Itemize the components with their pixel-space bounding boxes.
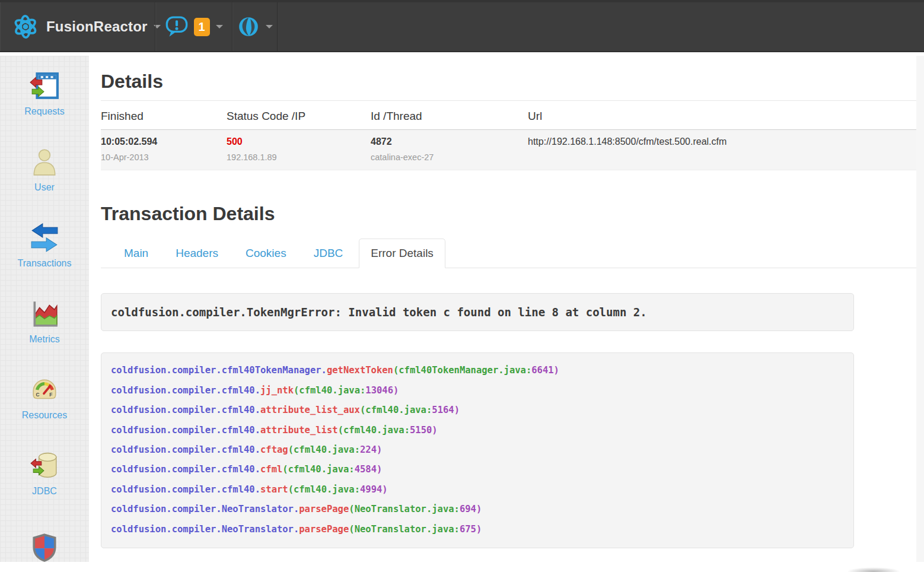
sidebar-item-shield[interactable] — [0, 511, 89, 562]
trace-file: NeoTranslator.java — [355, 524, 454, 535]
sidebar-item-user[interactable]: User — [0, 132, 89, 208]
tab-headers[interactable]: Headers — [164, 239, 230, 268]
sidebar-item-transactions[interactable]: Transactions — [0, 208, 89, 284]
brand-title: FusionReactor — [46, 18, 148, 35]
sidebar: Requests User Transactions Metri — [0, 56, 89, 562]
trace-colon: : — [426, 405, 432, 415]
trace-file: cfml40.java — [365, 405, 426, 415]
trace-package: coldfusion.compiler.cfml40. — [111, 464, 260, 475]
trace-paren: ) — [432, 425, 437, 436]
sidebar-item-metrics[interactable]: Metrics — [0, 284, 89, 360]
trace-paren: ) — [554, 365, 559, 376]
trace-paren: ) — [476, 524, 482, 535]
column-header-id-thread: Id /Thread — [371, 110, 528, 123]
trace-paren: ( — [338, 425, 343, 436]
page-bottom-strip — [0, 562, 924, 572]
tab-jdbc[interactable]: JDBC — [302, 239, 355, 268]
trace-method: start — [260, 484, 288, 495]
alerts-menu[interactable]: 1 — [155, 2, 232, 51]
globe-icon — [237, 15, 260, 38]
trace-line-number: 4584 — [355, 464, 377, 475]
svg-text:C: C — [36, 392, 39, 398]
sidebar-item-jdbc[interactable]: JDBC — [0, 436, 89, 511]
tab-main[interactable]: Main — [113, 239, 160, 268]
alert-bubble-icon — [165, 15, 189, 39]
trace-method: parsePage — [299, 504, 349, 514]
trace-paren: ( — [288, 444, 294, 455]
trace-colon: : — [404, 425, 410, 436]
trace-colon: : — [360, 385, 365, 396]
trace-paren: ( — [288, 484, 294, 495]
transaction-tabs: Main Headers Cookies JDBC Error Details — [101, 239, 916, 268]
trace-line-number: 5150 — [410, 425, 432, 436]
thread-name: catalina-exec-27 — [371, 152, 528, 162]
trace-colon: : — [454, 504, 460, 514]
status-code: 500 — [227, 136, 371, 147]
stack-trace-line: coldfusion.compiler.NeoTranslator.parseP… — [111, 520, 844, 539]
transactions-icon — [29, 223, 60, 253]
stack-trace-line: coldfusion.compiler.cfml40.attribute_lis… — [111, 421, 844, 440]
globe-menu[interactable] — [232, 2, 278, 51]
trace-file: cfml40TokenManager.java — [399, 365, 526, 376]
trace-package: coldfusion.compiler.cfml40. — [111, 405, 260, 415]
trace-colon: : — [355, 484, 360, 495]
stack-trace-box: coldfusion.compiler.cfml40TokenManager.g… — [101, 352, 854, 548]
resources-gauge-icon: C F — [29, 374, 60, 405]
trace-paren: ) — [377, 464, 382, 475]
trace-method: attribute_list — [260, 425, 338, 436]
trace-line-number: 6641 — [531, 365, 553, 376]
tab-cookies[interactable]: Cookies — [234, 239, 298, 268]
page-right-gutter — [916, 56, 924, 572]
main-content: Details Finished Status Code /IP Id /Thr… — [89, 56, 916, 562]
client-ip: 192.168.1.89 — [227, 152, 371, 162]
chevron-down-icon — [266, 25, 273, 28]
trace-line-number: 224 — [360, 444, 377, 455]
sidebar-item-label: User — [34, 182, 55, 193]
sidebar-item-resources[interactable]: C F Resources — [0, 360, 89, 436]
trace-package: coldfusion.compiler.cfml40. — [111, 484, 260, 495]
trace-method: cfml — [260, 464, 282, 475]
details-table-header: Finished Status Code /IP Id /Thread Url — [101, 102, 916, 130]
trace-package: coldfusion.compiler.NeoTranslator. — [111, 524, 299, 535]
table-row: 10:05:02.594 10-Apr-2013 500 192.168.1.8… — [101, 130, 916, 170]
trace-method: attribute_list_aux — [260, 405, 360, 415]
trace-package: coldfusion.compiler.cfml40. — [111, 385, 260, 396]
trace-package: coldfusion.compiler.cfml40. — [111, 444, 260, 455]
trace-paren: ) — [393, 385, 399, 396]
stack-trace-line: coldfusion.compiler.cfml40.jj_ntk(cfml40… — [111, 381, 844, 401]
trace-line-number: 694 — [460, 504, 476, 514]
trace-paren: ) — [476, 504, 482, 514]
metrics-chart-icon — [29, 298, 60, 329]
requests-icon — [29, 71, 60, 101]
stack-trace-line: coldfusion.compiler.cfml40.start(cfml40.… — [111, 480, 844, 500]
trace-file: cfml40.java — [299, 385, 360, 396]
top-navbar: FusionReactor 1 — [0, 0, 924, 52]
error-message-box: coldfusion.compiler.TokenMgrError: Inval… — [101, 293, 854, 331]
trace-paren: ) — [377, 444, 382, 455]
transaction-details-title: Transaction Details — [101, 204, 916, 224]
divider — [101, 100, 916, 101]
stack-trace-line: coldfusion.compiler.cfml40TokenManager.g… — [111, 361, 844, 380]
trace-paren: ) — [454, 405, 460, 415]
trace-method: getNextToken — [327, 365, 393, 376]
trace-colon: : — [349, 464, 354, 475]
trace-paren: ( — [360, 405, 365, 415]
trace-file: NeoTranslator.java — [355, 504, 454, 514]
sidebar-item-requests[interactable]: Requests — [0, 56, 89, 132]
brand-menu[interactable]: FusionReactor — [0, 2, 155, 51]
trace-paren: ( — [294, 385, 299, 396]
trace-file: cfml40.java — [294, 484, 355, 495]
sidebar-item-label: Metrics — [29, 334, 60, 345]
tab-error-details[interactable]: Error Details — [359, 239, 445, 268]
trace-method: parsePage — [299, 524, 349, 535]
request-url: http://192.168.1.148:8500/cfm/test.500.r… — [528, 136, 916, 147]
shield-icon — [29, 532, 60, 562]
column-header-status-ip: Status Code /IP — [227, 110, 371, 123]
trace-file: cfml40.java — [343, 425, 404, 436]
chevron-down-icon — [216, 25, 223, 28]
sidebar-item-label: Transactions — [18, 258, 72, 269]
trace-line-number: 675 — [460, 524, 476, 535]
user-icon — [29, 147, 60, 177]
finished-time: 10:05:02.594 — [101, 136, 227, 147]
scroll-widget-shadow — [847, 567, 900, 572]
